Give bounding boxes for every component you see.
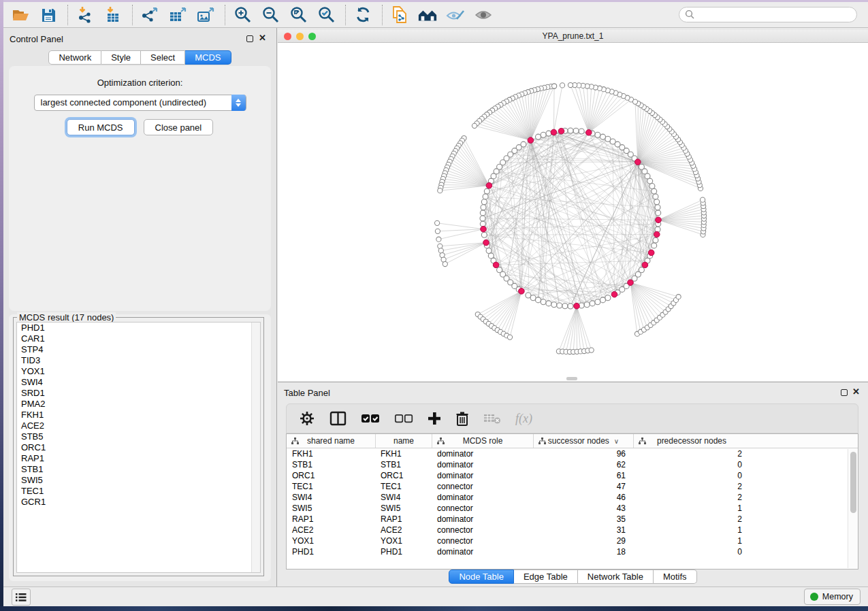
cell: ACE2 (375, 525, 432, 535)
list-item[interactable]: PMA2 (17, 399, 260, 410)
deselect-all-icon[interactable] (394, 409, 413, 428)
list-item[interactable]: RAP1 (17, 453, 260, 464)
table-row[interactable]: PHD1PHD1dominator180 (287, 546, 858, 557)
table-row[interactable]: RAP1RAP1dominator352 (287, 514, 858, 525)
list-item[interactable]: STB1 (17, 464, 260, 475)
close-icon[interactable]: ✕ (259, 35, 266, 42)
settings-gear-icon[interactable] (299, 409, 315, 428)
add-column-icon[interactable] (428, 409, 441, 428)
tree-icon (539, 437, 546, 445)
delete-column-icon[interactable] (455, 409, 469, 428)
table-row[interactable]: FKH1FKH1dominator962 (287, 448, 858, 459)
cell: TEC1 (287, 481, 375, 492)
first-neighbors-icon[interactable] (417, 5, 438, 24)
zoom-selected-icon[interactable] (316, 5, 336, 24)
duplicate-network-icon[interactable] (389, 5, 410, 24)
split-panel-icon[interactable] (329, 409, 347, 428)
column-header-MCDS-role[interactable]: MCDS role (432, 434, 533, 448)
select-all-icon[interactable] (361, 409, 380, 428)
cell: RAP1 (375, 514, 432, 525)
float-window-icon[interactable] (841, 389, 848, 396)
cell: SWI4 (375, 492, 432, 503)
close-icon[interactable]: ✕ (852, 389, 860, 395)
list-item[interactable]: GCR1 (17, 497, 260, 508)
open-session-icon[interactable] (10, 5, 31, 24)
list-item[interactable]: TEC1 (17, 486, 260, 497)
criterion-dropdown[interactable]: largest connected component (undirected) (34, 95, 246, 111)
mcds-list-scrollbar[interactable] (251, 323, 260, 572)
table-row[interactable]: ACE2ACE2connector311 (287, 525, 858, 535)
list-item[interactable]: STP4 (17, 344, 260, 355)
table-row[interactable]: SWI5SWI5connector431 (287, 503, 858, 514)
memory-status-icon (810, 593, 818, 601)
show-all-icon[interactable] (473, 5, 494, 24)
tab-node-table[interactable]: Node Table (449, 569, 514, 584)
export-table-icon[interactable] (167, 5, 188, 24)
panel-menu-button[interactable] (12, 589, 31, 606)
network-title: YPA_prune.txt_1 (278, 30, 868, 42)
close-panel-button[interactable]: Close panel (144, 119, 214, 135)
zoom-out-icon[interactable] (260, 5, 280, 24)
tab-select[interactable]: Select (141, 50, 185, 65)
list-item[interactable]: SWI5 (17, 475, 260, 486)
import-table-icon[interactable] (103, 5, 123, 24)
column-label: MCDS role (463, 436, 503, 446)
table-row[interactable]: ORC1ORC1dominator610 (287, 470, 858, 481)
list-item[interactable]: ACE2 (17, 420, 260, 431)
tab-network-table[interactable]: Network Table (578, 569, 654, 584)
canvas-scrollbar-thumb[interactable] (566, 377, 577, 380)
tab-style[interactable]: Style (101, 50, 141, 65)
cell: PHD1 (375, 546, 432, 557)
tab-edge-table[interactable]: Edge Table (514, 569, 578, 584)
cell: 31 (533, 525, 633, 535)
column-header-shared-name[interactable]: shared name (287, 434, 375, 448)
export-image-icon[interactable] (195, 5, 216, 24)
memory-button[interactable]: Memory (804, 589, 861, 605)
table-scrollbar[interactable] (848, 449, 858, 568)
list-item[interactable]: SRD1 (17, 388, 260, 399)
traffic-light-zoom-icon[interactable] (308, 33, 316, 40)
table-row[interactable]: SWI4SWI4dominator462 (287, 492, 858, 503)
traffic-light-close-icon[interactable] (284, 33, 291, 40)
table-scrollbar-thumb[interactable] (850, 452, 856, 513)
tab-motifs[interactable]: Motifs (654, 569, 697, 584)
table-row[interactable]: YOX1YOX1connector291 (287, 535, 858, 546)
list-item[interactable]: SWI4 (17, 377, 260, 388)
list-item[interactable]: YOX1 (17, 366, 260, 377)
zoom-fit-icon[interactable] (288, 5, 308, 24)
cell: 2 (633, 481, 750, 492)
network-graph[interactable] (278, 43, 868, 381)
network-window-titlebar[interactable]: YPA_prune.txt_1 (278, 30, 868, 43)
dropdown-stepper-icon (231, 95, 246, 111)
cell: STB1 (375, 459, 432, 470)
save-session-icon[interactable] (38, 5, 59, 24)
import-network-icon[interactable] (75, 5, 95, 24)
network-canvas[interactable] (278, 43, 868, 381)
column-header-name[interactable]: name (375, 434, 432, 448)
list-item[interactable]: PHD1 (17, 323, 260, 333)
tab-mcds[interactable]: MCDS (185, 50, 231, 65)
list-item[interactable]: CAR1 (17, 333, 260, 344)
list-item[interactable]: ORC1 (17, 442, 260, 453)
column-header-predecessor-nodes[interactable]: predecessor nodes (633, 434, 750, 448)
search-input[interactable] (695, 8, 856, 21)
search-box[interactable] (679, 7, 857, 22)
control-panel: Control Panel ✕ NetworkStyleSelectMCDS O… (3, 28, 277, 587)
table-row[interactable]: TEC1TEC1connector472 (287, 481, 858, 492)
list-item[interactable]: STB5 (17, 431, 260, 442)
tab-network[interactable]: Network (48, 50, 101, 65)
mcds-result-list[interactable]: PHD1CAR1STP4TID3YOX1SWI4SRD1PMA2FKH1ACE2… (16, 322, 261, 573)
sort-desc-icon[interactable]: ∨ (614, 437, 619, 445)
traffic-light-minimize-icon[interactable] (296, 33, 304, 40)
list-item[interactable]: FKH1 (17, 410, 260, 420)
toolbar-separator (382, 5, 383, 25)
export-network-icon[interactable] (140, 5, 160, 24)
run-mcds-button[interactable]: Run MCDS (67, 119, 135, 135)
column-header-successor-nodes[interactable]: successor nodes∨ (533, 434, 633, 448)
refresh-view-icon[interactable] (353, 5, 373, 24)
float-window-icon[interactable] (246, 35, 253, 42)
table-row[interactable]: STB1STB1dominator620 (287, 459, 858, 470)
list-item[interactable]: TID3 (17, 355, 260, 366)
zoom-in-icon[interactable] (232, 5, 253, 24)
hide-selected-icon[interactable] (445, 5, 466, 24)
